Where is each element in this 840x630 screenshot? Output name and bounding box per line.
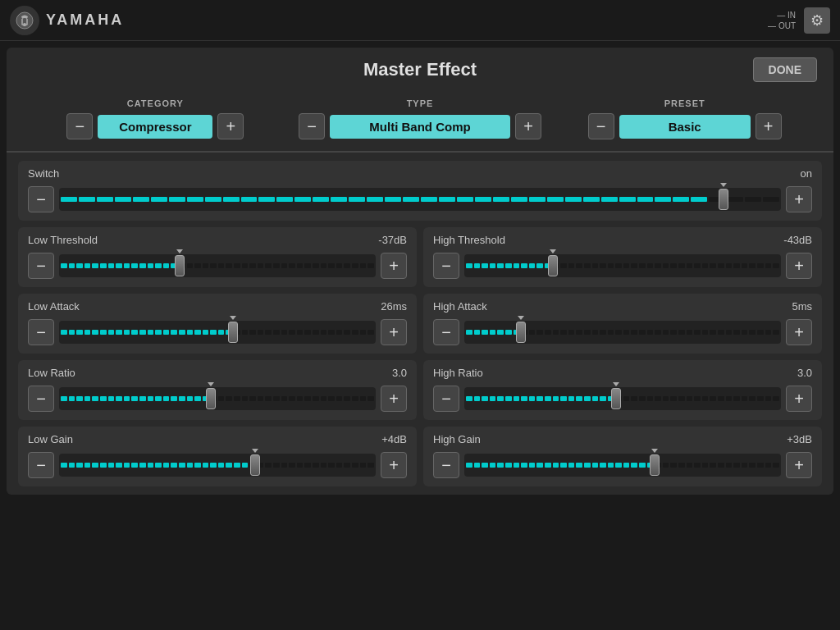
low-gain-header: Low Gain +4dB [28, 433, 407, 445]
high-ratio-header: High Ratio 3.0 [433, 367, 812, 379]
high-gain-label: High Gain [433, 433, 481, 445]
low-threshold-minus-button[interactable]: − [28, 253, 54, 279]
high-threshold-slider[interactable] [464, 254, 781, 277]
preset-label: PRESET [664, 98, 705, 108]
high-attack-slider[interactable] [464, 321, 781, 344]
high-ratio-controls: − + [433, 386, 812, 412]
high-attack-header: High Attack 5ms [433, 300, 812, 313]
preset-plus-button[interactable]: + [756, 113, 782, 139]
high-threshold-minus-button[interactable]: − [433, 253, 459, 279]
high-ratio-minus-button[interactable]: − [433, 386, 459, 412]
high-gain-minus-button[interactable]: − [433, 452, 459, 478]
ratio-row: Low Ratio 3.0 − + High Ratio [18, 360, 822, 420]
low-threshold-thumb-indicator [176, 249, 183, 253]
high-gain-slider[interactable] [464, 454, 781, 477]
switch-plus-button[interactable]: + [786, 186, 812, 212]
category-minus-button[interactable]: − [66, 113, 93, 139]
low-threshold-panel: Low Threshold -37dB − + [18, 227, 417, 287]
low-attack-controls: − + [28, 319, 407, 345]
preset-minus-button[interactable]: − [588, 113, 614, 139]
low-ratio-minus-button[interactable]: − [28, 386, 54, 412]
low-threshold-value: -37dB [378, 234, 407, 246]
category-controls: − Compressor + [66, 113, 244, 139]
high-ratio-slider[interactable] [464, 387, 781, 410]
preset-controls: − Basic + [588, 113, 782, 139]
low-threshold-label: Low Threshold [28, 234, 98, 246]
selector-row: CATEGORY − Compressor + TYPE − Multi Ban… [7, 92, 833, 153]
low-attack-plus-button[interactable]: + [381, 319, 407, 345]
high-threshold-plus-button[interactable]: + [786, 253, 812, 279]
type-value: Multi Band Comp [330, 115, 510, 139]
high-threshold-header: High Threshold -43dB [433, 234, 812, 246]
low-ratio-controls: − + [28, 386, 407, 412]
yamaha-logo: YAMAHA [10, 6, 124, 35]
switch-value: on [801, 167, 812, 180]
high-gain-controls: − + [433, 452, 812, 478]
title-bar: Master Effect DONE [7, 48, 833, 92]
high-gain-thumb-indicator [651, 449, 658, 453]
main-panel: Master Effect DONE CATEGORY − Compressor… [7, 48, 833, 495]
type-controls: − Multi Band Comp + [299, 113, 541, 139]
low-ratio-plus-button[interactable]: + [381, 386, 407, 412]
low-gain-label: Low Gain [28, 433, 73, 445]
gain-row: Low Gain +4dB − + High Gain [18, 427, 822, 486]
brand-name: YAMAHA [46, 11, 124, 29]
category-selector: CATEGORY − Compressor + [23, 98, 288, 139]
switch-slider[interactable] [59, 188, 781, 211]
low-attack-header: Low Attack 26ms [28, 300, 407, 313]
low-gain-slider[interactable] [59, 454, 376, 477]
high-threshold-thumb-indicator [550, 249, 556, 253]
low-ratio-header: Low Ratio 3.0 [28, 367, 407, 379]
high-gain-header: High Gain +3dB [433, 433, 812, 445]
category-plus-button[interactable]: + [217, 113, 244, 139]
app-header: YAMAHA — IN — OUT ⚙ [0, 0, 840, 41]
type-label: TYPE [407, 98, 434, 108]
low-gain-panel: Low Gain +4dB − + [18, 427, 417, 486]
switch-panel: Switch on − + [18, 161, 822, 221]
type-minus-button[interactable]: − [299, 113, 325, 139]
content-area: Switch on − + Low Threshold -37dB [7, 153, 833, 495]
low-ratio-slider[interactable] [59, 387, 376, 410]
high-attack-plus-button[interactable]: + [786, 319, 812, 345]
high-ratio-label: High Ratio [433, 367, 483, 379]
switch-controls: − + [28, 186, 812, 212]
low-attack-slider[interactable] [59, 321, 376, 344]
low-gain-plus-button[interactable]: + [381, 452, 407, 478]
high-threshold-controls: − + [433, 253, 812, 279]
high-attack-label: High Attack [433, 300, 487, 313]
low-ratio-label: Low Ratio [28, 367, 75, 379]
preset-selector: PRESET − Basic + [552, 98, 817, 139]
high-gain-plus-button[interactable]: + [786, 452, 812, 478]
attack-row: Low Attack 26ms − + High Attack [18, 294, 822, 354]
svg-point-1 [23, 23, 26, 26]
header-controls: — IN — OUT ⚙ [768, 7, 830, 34]
high-ratio-panel: High Ratio 3.0 − + [423, 360, 822, 420]
low-threshold-slider[interactable] [59, 254, 376, 277]
switch-label: Switch [28, 167, 59, 180]
high-ratio-plus-button[interactable]: + [786, 386, 812, 412]
low-attack-panel: Low Attack 26ms − + [18, 294, 417, 354]
low-attack-thumb-indicator [230, 316, 236, 320]
low-ratio-panel: Low Ratio 3.0 − + [18, 360, 417, 420]
high-ratio-thumb-indicator [613, 382, 619, 386]
low-attack-value: 26ms [381, 300, 407, 313]
page-title: Master Effect [363, 59, 477, 80]
low-gain-minus-button[interactable]: − [28, 452, 54, 478]
low-gain-thumb-indicator [252, 449, 258, 453]
preset-value: Basic [619, 115, 751, 139]
high-threshold-panel: High Threshold -43dB − + [423, 227, 822, 287]
high-attack-controls: − + [433, 319, 812, 345]
high-threshold-value: -43dB [783, 234, 812, 246]
category-value: Compressor [98, 115, 212, 139]
low-attack-minus-button[interactable]: − [28, 319, 54, 345]
high-threshold-label: High Threshold [433, 234, 505, 246]
type-plus-button[interactable]: + [515, 113, 541, 139]
switch-thumb-indicator [720, 183, 727, 187]
done-button[interactable]: DONE [753, 57, 817, 82]
gear-icon[interactable]: ⚙ [804, 7, 830, 34]
tuning-fork-icon [10, 6, 39, 35]
switch-minus-button[interactable]: − [28, 186, 54, 212]
high-attack-minus-button[interactable]: − [433, 319, 459, 345]
low-attack-label: Low Attack [28, 300, 80, 313]
low-threshold-plus-button[interactable]: + [381, 253, 407, 279]
